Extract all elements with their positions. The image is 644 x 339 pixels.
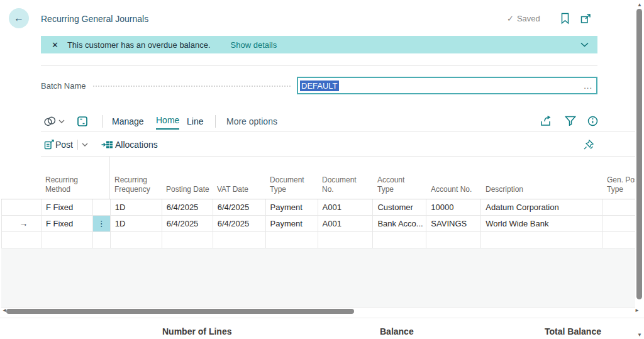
checkmark-icon: ✓	[507, 14, 514, 23]
row-options-dots-button[interactable]: ⋮	[93, 216, 110, 231]
cell-account-no[interactable]: 10000	[426, 199, 481, 215]
footer-number-of-lines-label: Number of Lines	[162, 326, 231, 336]
footer-total-balance-label: Total Balance	[545, 326, 601, 336]
column-header-row-menu	[92, 157, 110, 199]
info-icon[interactable]	[587, 116, 598, 126]
cell-recurring-frequency[interactable]	[111, 232, 162, 248]
row-selector-cell[interactable]: →	[2, 216, 42, 231]
toolbar-divider-line	[41, 131, 635, 132]
column-header-recurring-method[interactable]: Recurring Method	[41, 157, 92, 199]
edit-list-icon[interactable]	[77, 116, 88, 127]
cell-vat-date[interactable]: 6/4/2025	[213, 216, 266, 231]
column-header-gen-posting-type[interactable]: Gen. Posti Type	[602, 157, 635, 199]
cell-row-menu: ⋮	[93, 216, 111, 231]
cell-document-no[interactable]: A001	[318, 199, 374, 215]
cell-recurring-method[interactable]: F Fixed	[42, 216, 93, 231]
cell-posting-date[interactable]: 6/4/2025	[162, 199, 213, 215]
cell-recurring-method[interactable]	[42, 232, 93, 248]
filter-icon[interactable]	[565, 116, 576, 126]
notification-message: This customer has an overdue balance.	[67, 40, 211, 50]
cell-posting-date[interactable]: 6/4/2025	[162, 216, 213, 231]
back-arrow-icon: ←	[14, 13, 24, 24]
cell-account-no[interactable]: SAVINGS	[426, 216, 481, 231]
share-icon[interactable]	[540, 116, 552, 126]
back-button[interactable]: ←	[9, 8, 29, 28]
more-options[interactable]: More options	[226, 112, 277, 131]
column-header-account-type[interactable]: Account Type	[373, 157, 426, 199]
page-title: Recurring General Journals	[41, 13, 148, 25]
cell-document-type[interactable]: Payment	[266, 199, 318, 215]
scroll-down-arrow[interactable]: ▼	[637, 332, 642, 338]
scroll-right-arrow[interactable]: ►	[635, 308, 640, 314]
column-header-document-no[interactable]: Document No.	[318, 157, 373, 199]
current-row-arrow-icon: →	[6, 216, 41, 231]
split-button-divider	[77, 140, 78, 150]
cell-gen-posting-type[interactable]	[602, 232, 635, 248]
table-row: F Fixed 1D 6/4/2025 6/4/2025 Payment A00…	[2, 199, 635, 216]
section-divider	[41, 65, 597, 66]
batch-name-value: DEFAULT	[300, 81, 339, 91]
cell-row-menu[interactable]	[93, 232, 111, 248]
column-header-recurring-frequency[interactable]: Recurring Frequency	[110, 157, 162, 199]
column-header-document-type[interactable]: Document Type	[265, 157, 318, 199]
cell-posting-date[interactable]	[162, 232, 213, 248]
cell-document-type[interactable]: Payment	[266, 216, 318, 231]
vertical-scrollbar-thumb[interactable]	[636, 9, 642, 299]
cell-description[interactable]: World Wide Bank	[481, 216, 602, 231]
cell-recurring-method[interactable]: F Fixed	[42, 199, 93, 215]
chevron-down-icon[interactable]	[580, 42, 589, 47]
toolbar-divider	[102, 115, 103, 128]
batch-name-label: Batch Name	[41, 81, 86, 91]
horizontal-scrollbar-thumb[interactable]	[6, 309, 354, 314]
toolbar-divider	[215, 115, 216, 128]
cell-account-type[interactable]: Bank Acco...	[373, 216, 426, 231]
menu-manage[interactable]: Manage	[112, 112, 144, 131]
cell-gen-posting-type[interactable]	[602, 199, 635, 215]
cell-account-no[interactable]	[426, 232, 481, 248]
bookmark-icon[interactable]	[560, 13, 570, 25]
close-icon[interactable]: ✕	[52, 40, 58, 50]
cell-recurring-frequency[interactable]: 1D	[111, 199, 162, 215]
column-header-vat-date[interactable]: VAT Date	[213, 157, 265, 199]
allocations-button[interactable]: Allocations	[115, 134, 158, 155]
cell-recurring-frequency[interactable]: 1D	[111, 216, 162, 231]
open-in-new-window-icon[interactable]	[580, 14, 591, 24]
grid-menu-bar: Manage Home Line More options	[41, 112, 635, 131]
cell-account-type[interactable]	[373, 232, 426, 248]
copilot-icon[interactable]	[43, 116, 57, 127]
cell-row-menu[interactable]	[93, 199, 111, 215]
saved-label: Saved	[517, 14, 540, 23]
cell-document-type[interactable]	[266, 232, 318, 248]
table-body: F Fixed 1D 6/4/2025 6/4/2025 Payment A00…	[1, 199, 635, 248]
scroll-up-arrow[interactable]: ▲	[637, 2, 642, 8]
cell-document-no[interactable]	[318, 232, 374, 248]
chevron-down-icon[interactable]	[82, 143, 88, 147]
grid-action-bar: Post Allocations	[41, 134, 635, 155]
cell-gen-posting-type[interactable]	[602, 216, 635, 231]
cell-document-no[interactable]: A001	[318, 216, 374, 231]
cell-description[interactable]: Adatum Corporation	[481, 199, 602, 215]
row-selector-cell[interactable]	[2, 232, 42, 248]
table-header-row: Recurring Method Recurring Frequency Pos…	[1, 157, 635, 199]
column-header-account-no[interactable]: Account No.	[426, 157, 481, 199]
column-header-posting-date[interactable]: Posting Date	[162, 157, 213, 199]
assist-edit-ellipsis-button[interactable]: ...	[584, 81, 592, 91]
post-button[interactable]: Post	[55, 134, 73, 155]
chevron-down-icon[interactable]	[58, 119, 65, 123]
cell-account-type[interactable]: Customer	[373, 199, 426, 215]
saved-indicator: ✓ Saved	[507, 14, 540, 23]
menu-line[interactable]: Line	[187, 112, 203, 131]
batch-name-input[interactable]: DEFAULT ...	[297, 77, 597, 94]
cell-vat-date[interactable]: 6/4/2025	[213, 199, 266, 215]
cell-description[interactable]	[481, 232, 602, 248]
show-details-link[interactable]: Show details	[231, 40, 277, 50]
cell-vat-date[interactable]	[213, 232, 266, 248]
column-header-description[interactable]: Description	[481, 157, 602, 199]
menu-home[interactable]: Home	[156, 112, 179, 130]
row-selector-cell[interactable]	[2, 199, 42, 215]
table-row-selected: → F Fixed ⋮ 1D 6/4/2025 6/4/2025 Payment…	[2, 216, 635, 232]
notification-banner: ✕ This customer has an overdue balance. …	[41, 36, 597, 53]
column-header-selector[interactable]	[1, 157, 41, 199]
unpin-icon[interactable]	[583, 139, 594, 150]
dotted-leader	[93, 86, 291, 87]
